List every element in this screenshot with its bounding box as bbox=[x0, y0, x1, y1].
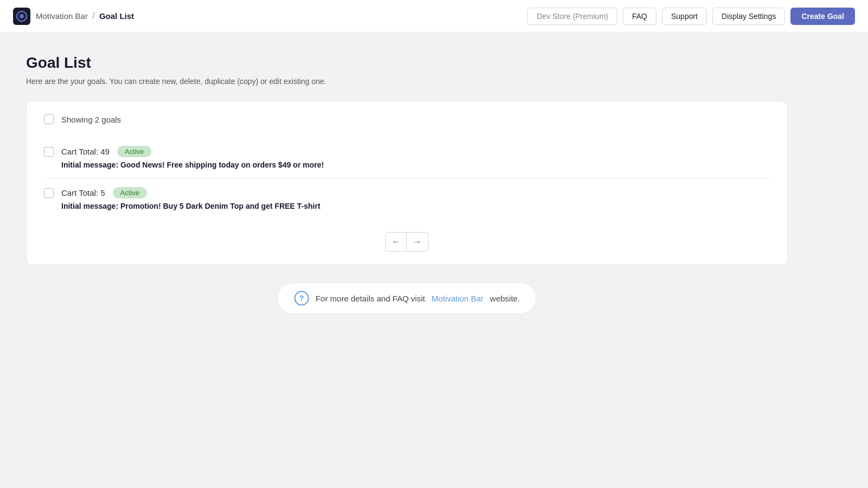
breadcrumb-current-page: Goal List bbox=[99, 11, 134, 21]
store-button[interactable]: Dev Store (Premium) bbox=[527, 8, 617, 25]
app-header: Motivation Bar / Goal List Dev Store (Pr… bbox=[0, 0, 868, 33]
goal-list-card: Showing 2 goals Cart Total: 49 Active In… bbox=[26, 101, 788, 265]
goal-list: Cart Total: 49 Active Initial message: G… bbox=[44, 137, 770, 219]
goal-label-1: Cart Total: 49 bbox=[61, 147, 110, 156]
header-right: Dev Store (Premium) FAQ Support Display … bbox=[527, 8, 855, 25]
breadcrumb-separator: / bbox=[92, 10, 95, 22]
select-all-checkbox[interactable] bbox=[44, 114, 54, 124]
main-content: Goal List Here are the your goals. You c… bbox=[0, 33, 814, 336]
app-logo-icon bbox=[13, 8, 30, 25]
goal-item-top: Cart Total: 49 Active bbox=[44, 146, 770, 157]
goal-list-header: Showing 2 goals bbox=[44, 114, 770, 124]
svg-text:?: ? bbox=[299, 294, 304, 303]
goal-count-label: Showing 2 goals bbox=[61, 115, 121, 124]
info-icon: ? bbox=[294, 291, 309, 306]
status-badge-1: Active bbox=[117, 146, 151, 157]
footer-info: ? For more details and FAQ visit Motivat… bbox=[26, 282, 788, 314]
prev-page-button[interactable]: ← bbox=[385, 232, 407, 252]
goal-checkbox-1[interactable] bbox=[44, 147, 54, 157]
goal-item: Cart Total: 5 Active Initial message: Pr… bbox=[44, 178, 770, 219]
support-button[interactable]: Support bbox=[662, 8, 707, 25]
header-left: Motivation Bar / Goal List bbox=[13, 8, 134, 25]
breadcrumb: Motivation Bar / Goal List bbox=[36, 10, 134, 22]
goal-checkbox-2[interactable] bbox=[44, 188, 54, 198]
goal-message-2: Initial message: Promotion! Buy 5 Dark D… bbox=[61, 202, 770, 210]
footer-link[interactable]: Motivation Bar bbox=[431, 294, 483, 303]
create-goal-button[interactable]: Create Goal bbox=[790, 8, 855, 25]
page-title: Goal List bbox=[26, 54, 788, 72]
svg-point-2 bbox=[20, 14, 24, 18]
goal-item-top: Cart Total: 5 Active bbox=[44, 187, 770, 198]
footer-info-box: ? For more details and FAQ visit Motivat… bbox=[277, 282, 537, 314]
footer-text-after: website. bbox=[490, 294, 520, 303]
footer-text-before: For more details and FAQ visit bbox=[316, 294, 425, 303]
next-page-button[interactable]: → bbox=[407, 232, 429, 252]
display-settings-button[interactable]: Display Settings bbox=[712, 8, 785, 25]
status-badge-2: Active bbox=[113, 187, 147, 198]
goal-label-2: Cart Total: 5 bbox=[61, 188, 105, 197]
faq-button[interactable]: FAQ bbox=[623, 8, 656, 25]
page-subtitle: Here are the your goals. You can create … bbox=[26, 77, 788, 86]
goal-message-1: Initial message: Good News! Free shippin… bbox=[61, 160, 770, 169]
breadcrumb-app: Motivation Bar bbox=[36, 11, 88, 21]
pagination: ← → bbox=[44, 232, 770, 252]
goal-item: Cart Total: 49 Active Initial message: G… bbox=[44, 137, 770, 178]
